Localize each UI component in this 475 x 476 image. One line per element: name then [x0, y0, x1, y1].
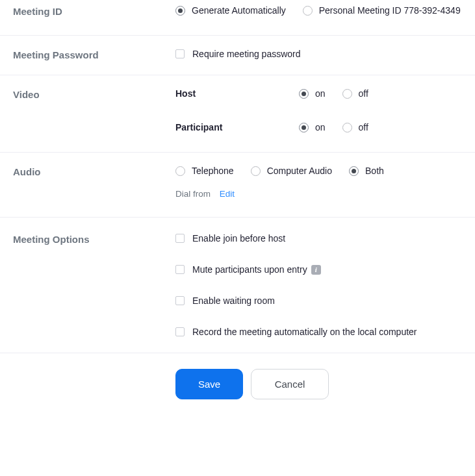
section-meeting-password: Meeting Password Require meeting passwor… [0, 36, 475, 75]
radio-participant-on[interactable]: on [299, 122, 326, 132]
video-label: Video [13, 88, 175, 132]
radio-label: Personal Meeting ID 778-392-4349 [319, 5, 461, 16]
footer-actions: Save Cancel [0, 353, 475, 411]
radio-icon [175, 166, 185, 176]
radio-label: Generate Automatically [192, 5, 286, 16]
checkbox-icon [175, 265, 185, 274]
radio-label: off [359, 88, 368, 99]
radio-participant-off[interactable]: off [342, 122, 368, 132]
radio-icon [349, 166, 359, 176]
radio-icon [251, 166, 261, 176]
radio-label: Computer Audio [267, 166, 332, 176]
video-host-row: Host on off [175, 88, 465, 99]
radio-icon [175, 6, 185, 16]
meeting-password-label: Meeting Password [13, 49, 175, 62]
radio-host-on[interactable]: on [299, 88, 326, 99]
checkbox-label: Require meeting password [192, 49, 301, 59]
section-audio: Audio Telephone Computer Audio Both Dial… [0, 153, 475, 218]
edit-dial-link[interactable]: Edit [220, 189, 235, 199]
checkbox-auto-record[interactable]: Record the meeting automatically on the … [175, 327, 417, 337]
checkbox-label: Enable join before host [192, 233, 285, 244]
checkbox-require-password[interactable]: Require meeting password [175, 49, 465, 59]
radio-icon [303, 6, 313, 16]
video-participant-label: Participant [175, 122, 299, 132]
radio-icon [299, 123, 309, 132]
checkbox-icon [175, 49, 185, 58]
checkbox-icon [175, 327, 185, 336]
save-button[interactable]: Save [175, 369, 243, 399]
video-participant-row: Participant on off [175, 122, 465, 132]
checkbox-icon [175, 296, 185, 305]
radio-computer-audio[interactable]: Computer Audio [251, 166, 332, 176]
radio-telephone[interactable]: Telephone [175, 166, 234, 176]
meeting-options-label: Meeting Options [13, 233, 175, 337]
checkbox-icon [175, 234, 185, 243]
radio-icon [342, 89, 352, 99]
section-video: Video Host on off Participant on [0, 75, 475, 153]
audio-label: Audio [13, 166, 175, 199]
checkbox-label: Record the meeting automatically on the … [192, 327, 417, 337]
meeting-id-radio-group: Generate Automatically Personal Meeting … [175, 5, 465, 16]
checkbox-waiting-room[interactable]: Enable waiting room [175, 295, 275, 306]
radio-label: Both [365, 166, 384, 176]
radio-host-off[interactable]: off [342, 88, 368, 99]
radio-label: on [315, 122, 326, 132]
checkbox-join-before-host[interactable]: Enable join before host [175, 233, 285, 244]
section-meeting-options: Meeting Options Enable join before host … [0, 218, 475, 353]
audio-radio-group: Telephone Computer Audio Both [175, 166, 465, 176]
video-participant-radio-group: on off [299, 122, 368, 132]
info-icon[interactable]: i [311, 265, 321, 275]
radio-both[interactable]: Both [349, 166, 384, 176]
radio-label: Telephone [192, 166, 234, 176]
radio-personal-meeting-id[interactable]: Personal Meeting ID 778-392-4349 [303, 5, 461, 16]
checkbox-label: Enable waiting room [192, 295, 275, 306]
radio-label: on [315, 88, 326, 99]
dial-from-row: Dial from Edit [175, 189, 465, 199]
video-host-radio-group: on off [299, 88, 368, 99]
cancel-button[interactable]: Cancel [251, 369, 329, 399]
meeting-id-label: Meeting ID [13, 5, 175, 18]
radio-icon [299, 89, 309, 99]
dial-from-label: Dial from [175, 189, 211, 199]
radio-generate-automatically[interactable]: Generate Automatically [175, 5, 286, 16]
radio-icon [342, 123, 352, 132]
radio-label: off [359, 122, 368, 132]
checkbox-mute-on-entry[interactable]: Mute participants upon entry [175, 264, 307, 275]
video-host-label: Host [175, 88, 299, 99]
checkbox-label: Mute participants upon entry [192, 264, 307, 275]
section-meeting-id: Meeting ID Generate Automatically Person… [0, 0, 475, 36]
